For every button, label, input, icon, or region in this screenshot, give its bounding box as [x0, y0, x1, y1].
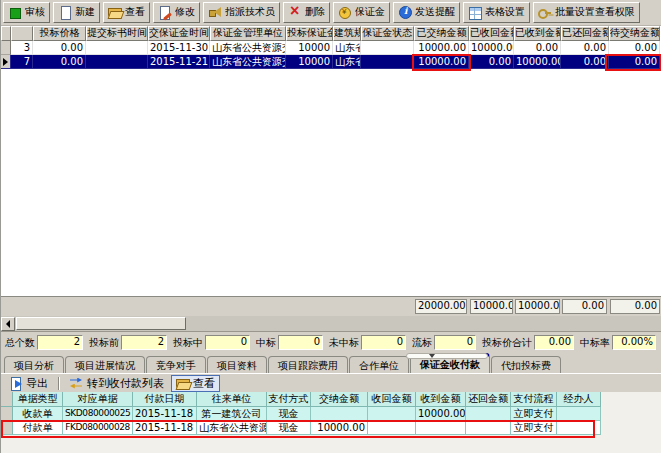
col-header-receive-amount[interactable]: 收到金额: [416, 392, 466, 407]
table-settings-button[interactable]: 表格设置: [463, 2, 530, 23]
cell-recovered-amount: 0.00: [469, 55, 514, 69]
row-selector: [1, 421, 13, 435]
col-header-recovered-amount[interactable]: 已收回金额: [469, 26, 514, 41]
view-button[interactable]: 查看: [103, 2, 150, 23]
col-header-doc-type[interactable]: 单据类型: [13, 392, 63, 407]
horizontal-scrollbar[interactable]: [1, 316, 661, 331]
summary-label: 总个数: [5, 336, 35, 350]
cell-deposit-unit: 山东省公共资源交: [210, 55, 286, 69]
delete-button[interactable]: 删除: [283, 2, 330, 23]
summary-label: 投标中: [173, 336, 203, 350]
col-header-deposit-unit[interactable]: 保证金管理单位: [210, 26, 286, 41]
col-header-recover-amount[interactable]: 收回金额: [368, 392, 416, 407]
cell-deposit-status: [361, 55, 414, 69]
col-header-doc-no[interactable]: 对应单据: [63, 392, 133, 407]
cell-pay-amount: [311, 407, 368, 421]
cell-bid-deposit: 10000: [286, 41, 333, 55]
tab-project-progress[interactable]: 项目进展情况: [65, 356, 145, 373]
export-button[interactable]: 导出: [4, 375, 53, 392]
button-label: 修改: [175, 5, 195, 19]
cell-pay-flow: 立即支付: [511, 421, 557, 435]
button-label: 批量设置查看权限: [555, 5, 635, 19]
tab-project-documents[interactable]: 项目资料: [207, 356, 267, 373]
payment-row[interactable]: 付款单 FKD080000028 2015-11-18 山东省公共资源交 现金 …: [1, 421, 661, 435]
summary-value-box: 0.00: [534, 335, 574, 350]
audit-button[interactable]: 审核: [3, 2, 50, 23]
col-header-return-amount[interactable]: 还回金额: [466, 392, 511, 407]
view-detail-button[interactable]: 查看: [171, 375, 220, 392]
col-header-received-amount[interactable]: 已收到金额: [514, 26, 561, 41]
cell-pending-amount: 0.00: [609, 55, 660, 69]
button-label: 表格设置: [485, 5, 525, 19]
deposit-grid: 投标价格 提交标书时间 交保证金时间 保证金管理单位 投标保证金 建筑规模 保证…: [1, 26, 661, 296]
deposit-button[interactable]: 保证金: [333, 2, 390, 23]
open-folder-icon: [176, 377, 190, 390]
cell-receive-amount: [416, 421, 466, 435]
deposit-grid-header: 投标价格 提交标书时间 交保证金时间 保证金管理单位 投标保证金 建筑规模 保证…: [1, 26, 661, 41]
summary-label: 流标: [412, 336, 432, 350]
summary-field-total-count: 总个数 2: [5, 335, 83, 350]
cell-deposit-time: 2015-11-30: [148, 41, 210, 55]
main-toolbar: 审核 新建 查看 修改 指派技术员 删除 保证金 发送提醒: [1, 0, 661, 26]
col-header-pay-date[interactable]: 付款日期: [133, 392, 197, 407]
delete-x-icon: [288, 6, 302, 19]
tab-strip: 项目分析 项目进展情况 竞争对手 项目资料 项目跟踪费用 合作单位 保证金收付款…: [1, 353, 661, 373]
deposit-row-7-selected[interactable]: 7 0.00 2015-11-21 山东省公共资源交 10000 山东省公共 1…: [1, 55, 661, 69]
new-doc-icon: [58, 6, 72, 19]
cell-recover-amount: [368, 407, 416, 421]
summary-field-win-rate: 中标率 0.00%: [580, 335, 656, 350]
modify-button[interactable]: 修改: [153, 2, 200, 23]
total-paid-amount: 20000.00: [415, 299, 467, 314]
assign-technician-button[interactable]: 指派技术员: [203, 2, 280, 23]
col-header-bid-deposit[interactable]: 投标保证金: [286, 26, 333, 41]
button-label: 发送提醒: [415, 5, 455, 19]
batch-view-permission-button[interactable]: 批量设置查看权限: [533, 2, 640, 23]
summary-field-pre-bid: 投标前 2: [89, 335, 167, 350]
tab-competitors[interactable]: 竞争对手: [146, 356, 206, 373]
cell-deposit-status: [361, 41, 414, 55]
export-icon: [9, 377, 23, 390]
scroll-left-button[interactable]: [1, 317, 15, 331]
col-header-pay-amount[interactable]: 交纳金额: [311, 392, 368, 407]
button-label: 指派技术员: [225, 5, 275, 19]
cell-id: 7: [11, 55, 33, 69]
col-header-paid-amount[interactable]: 已交纳金额: [414, 26, 469, 41]
col-header-returned-amount[interactable]: 已还回金额: [561, 26, 609, 41]
cell-doc-no: FKD080000028: [63, 421, 133, 435]
cell-receive-amount: 10000.00: [416, 407, 466, 421]
total-recovered-amount: 10000.00: [470, 299, 513, 314]
cell-doc-no: SKD080000025: [63, 407, 133, 421]
col-header-building-scale[interactable]: 建筑规模: [333, 26, 361, 41]
col-header-pay-method[interactable]: 支付方式: [267, 392, 311, 407]
splitter-handle[interactable]: [406, 353, 488, 359]
scrollbar-thumb[interactable]: [16, 317, 186, 330]
summary-field-bid-total: 投标价合计 0.00: [482, 335, 574, 350]
col-header-counterparty[interactable]: 往来单位: [197, 392, 267, 407]
col-header-id: [11, 26, 33, 41]
payments-grid-header: 单据类型 对应单据 付款日期 往来单位 支付方式 交纳金额 收回金额 收到金额 …: [1, 392, 661, 407]
cell-received-amount: 0.00: [514, 41, 561, 55]
tab-project-tracking-cost[interactable]: 项目跟踪费用: [268, 356, 348, 373]
col-header-submit-time[interactable]: 提交标书时间: [86, 26, 148, 41]
total-returned-amount: 0.00: [562, 299, 607, 314]
receipt-row[interactable]: 收款单 SKD080000025 2015-11-18 第一建筑公司 现金 10…: [1, 407, 661, 421]
col-header-deposit-time[interactable]: 交保证金时间: [148, 26, 210, 41]
col-header-deposit-status[interactable]: 保证金状态: [361, 26, 414, 41]
col-header-handler[interactable]: 经办人: [557, 392, 601, 407]
cell-submit-time: [86, 41, 148, 55]
col-header-pay-flow[interactable]: 支付流程: [511, 392, 557, 407]
tab-partners[interactable]: 合作单位: [349, 356, 409, 373]
tab-withheld-bid-fee[interactable]: 代扣投标费: [491, 356, 561, 373]
col-header-pending-amount[interactable]: 待交纳金额: [609, 26, 660, 41]
tab-project-analysis[interactable]: 项目分析: [4, 356, 64, 373]
deposit-row-3[interactable]: 3 0.00 2015-11-30 山东省公共资源交 10000 山东省公共 1…: [1, 41, 661, 55]
col-header-bid-price[interactable]: 投标价格: [33, 26, 86, 41]
summary-value-box: 2: [121, 335, 167, 350]
cell-pay-flow: 立即支付: [511, 407, 557, 421]
cell-paid-amount: 10000.00: [414, 41, 469, 55]
goto-payment-list-button[interactable]: 转到收付款列表: [65, 375, 169, 392]
summary-field-bidding: 投标中 0: [173, 335, 250, 350]
new-button[interactable]: 新建: [53, 2, 100, 23]
col-header-gutter: [1, 392, 13, 407]
send-reminder-button[interactable]: 发送提醒: [393, 2, 460, 23]
